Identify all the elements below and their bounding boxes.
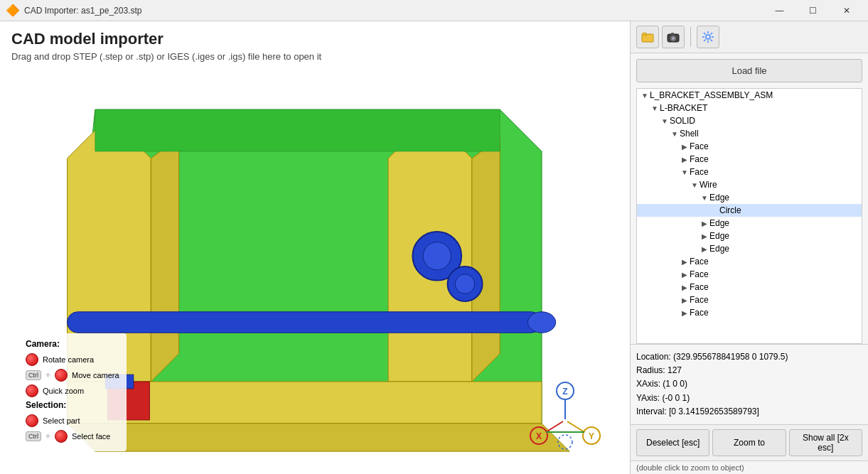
tree-label: Edge	[709, 231, 729, 241]
property-location: Location: (329.955678841958 0 1079.5)	[636, 350, 862, 364]
svg-text:Z: Z	[562, 387, 567, 397]
move-camera-item: Ctrl + Move camera	[26, 369, 119, 382]
svg-marker-3	[151, 137, 178, 382]
tree-item-face-6[interactable]: Face	[637, 281, 862, 293]
properties-panel: Location: (329.955678841958 0 1079.5) Ra…	[631, 344, 868, 424]
svg-line-40	[704, 33, 706, 35]
tree-item-edge-3[interactable]: Edge	[637, 230, 862, 242]
svg-marker-5	[472, 137, 500, 382]
titlebar: 🔶 CAD Importer: as1_pe_203.stp — ☐ ✕	[0, 0, 868, 21]
property-yaxis: YAxis: (-0 0 1)	[636, 392, 862, 405]
tree-label: Face	[690, 141, 709, 151]
bottom-buttons: Deselect [esc] Zoom to Show all [2x esc]	[631, 424, 868, 460]
show-all-button[interactable]: Show all [2x esc]	[789, 429, 862, 456]
property-xaxis: XAxis: (1 0 0)	[636, 377, 862, 391]
svg-marker-17	[95, 109, 500, 151]
double-click-hint: (double click to zoom to object)	[631, 460, 868, 474]
tree-label: SOLID	[670, 116, 695, 126]
main-content: CAD model importer Drag and drop STEP (.…	[0, 21, 868, 474]
tree-item-face-4[interactable]: Face	[637, 255, 862, 268]
open-file-button[interactable]	[636, 26, 659, 48]
tree-label: Face	[690, 269, 709, 279]
tree-arrow	[700, 194, 709, 202]
svg-text:Y: Y	[589, 431, 594, 441]
tree-label: Circle	[719, 205, 741, 215]
camera-icon	[666, 30, 680, 44]
property-radius: Radius: 127	[636, 364, 862, 377]
tree-label: L_BRACKET_ASSEMBLY_ASM	[650, 90, 773, 100]
titlebar-controls: — ☐ ✕	[763, 3, 862, 18]
tree-item-wire[interactable]: Wire	[637, 178, 862, 191]
left-panel: CAD model importer Drag and drop STEP (.…	[0, 21, 630, 474]
tree-item-face-7[interactable]: Face	[637, 293, 862, 306]
quick-zoom-label: Quick zoom	[43, 387, 84, 395]
tree-arrow	[680, 296, 690, 304]
tree-panel[interactable]: L_BRACKET_ASSEMBLY_ASM L-BRACKET SOLID S…	[636, 88, 862, 344]
tree-item-edge-2[interactable]: Edge	[637, 217, 862, 230]
tree-item-shell[interactable]: Shell	[637, 127, 862, 140]
gear-icon	[701, 30, 715, 44]
tree-label: Face	[690, 308, 709, 318]
titlebar-title: CAD Importer: as1_pe_203.stp	[24, 6, 141, 16]
zoom-icon	[26, 384, 38, 397]
camera-button[interactable]	[662, 26, 685, 48]
tree-item-face-2[interactable]: Face	[637, 153, 862, 166]
svg-line-23	[546, 421, 563, 432]
load-file-button[interactable]: Load file	[636, 59, 862, 82]
tree-label: Face	[690, 167, 709, 177]
tree-arrow	[700, 232, 709, 240]
close-button[interactable]: ✕	[830, 3, 862, 18]
tree-label: Shell	[680, 129, 699, 139]
tree-label: Edge	[709, 193, 729, 203]
rotate-camera-label: Rotate camera	[43, 355, 94, 364]
ctrl-badge-2: Ctrl	[26, 431, 41, 441]
svg-point-33	[672, 37, 675, 40]
camera-controls-panel: Camera: Rotate camera Ctrl + Move camera…	[18, 333, 127, 451]
svg-rect-34	[671, 33, 674, 35]
tree-item-face-8[interactable]: Face	[637, 306, 862, 319]
app-subtitle: Drag and drop STEP (.step or .stp) or IG…	[11, 51, 618, 62]
svg-rect-30	[643, 33, 646, 34]
tree-item-edge-1[interactable]: Edge	[637, 191, 862, 204]
minimize-button[interactable]: —	[763, 3, 795, 18]
tree-label: Edge	[709, 218, 729, 228]
tree-item-face-1[interactable]: Face	[637, 140, 862, 153]
tree-item-face-5[interactable]: Face	[637, 268, 862, 281]
svg-line-42	[711, 33, 713, 35]
maximize-button[interactable]: ☐	[797, 3, 829, 18]
quick-zoom-item: Quick zoom	[26, 384, 119, 397]
rotate-icon	[26, 353, 38, 366]
tree-item-circle[interactable]: Circle	[637, 204, 862, 217]
right-panel: Load file L_BRACKET_ASSEMBLY_ASM L-BRACK…	[630, 21, 868, 474]
tree-arrow	[680, 156, 690, 163]
toolbar	[631, 21, 868, 53]
tree-item-edge-4[interactable]: Edge	[637, 242, 862, 255]
svg-text:X: X	[536, 431, 542, 441]
app-icon: 🔶	[6, 4, 20, 17]
axis-svg: Z X Y	[526, 373, 604, 451]
ctrl-badge: Ctrl	[26, 370, 41, 380]
tree-label: L-BRACKET	[660, 103, 707, 113]
svg-point-13	[455, 274, 474, 293]
rotate-camera-item: Rotate camera	[26, 353, 119, 366]
tree-item-l-bracket[interactable]: L-BRACKET	[637, 102, 862, 114]
tree-item-solid[interactable]: SOLID	[637, 114, 862, 127]
deselect-button[interactable]: Deselect [esc]	[636, 429, 709, 456]
select-part-icon	[26, 414, 38, 427]
tree-label: Face	[690, 282, 709, 292]
property-interval: Interval: [0 3.141592653589793]	[636, 405, 862, 419]
move-icon	[55, 369, 68, 382]
tree-label: Edge	[709, 244, 729, 254]
select-face-icon	[55, 430, 68, 443]
tree-arrow	[700, 220, 709, 227]
tree-item-face-3[interactable]: Face	[637, 166, 862, 178]
tree-label: Face	[690, 154, 709, 164]
svg-point-9	[527, 312, 555, 333]
settings-button[interactable]	[697, 26, 719, 48]
zoom-to-button[interactable]: Zoom to	[712, 429, 786, 456]
camera-section-title: Camera:	[26, 339, 119, 349]
svg-line-26	[567, 421, 584, 432]
viewport[interactable]: Camera: Rotate camera Ctrl + Move camera…	[11, 68, 618, 465]
tree-item-l-bracket-assembly[interactable]: L_BRACKET_ASSEMBLY_ASM	[637, 89, 862, 102]
tree-label: Wire	[700, 180, 717, 190]
